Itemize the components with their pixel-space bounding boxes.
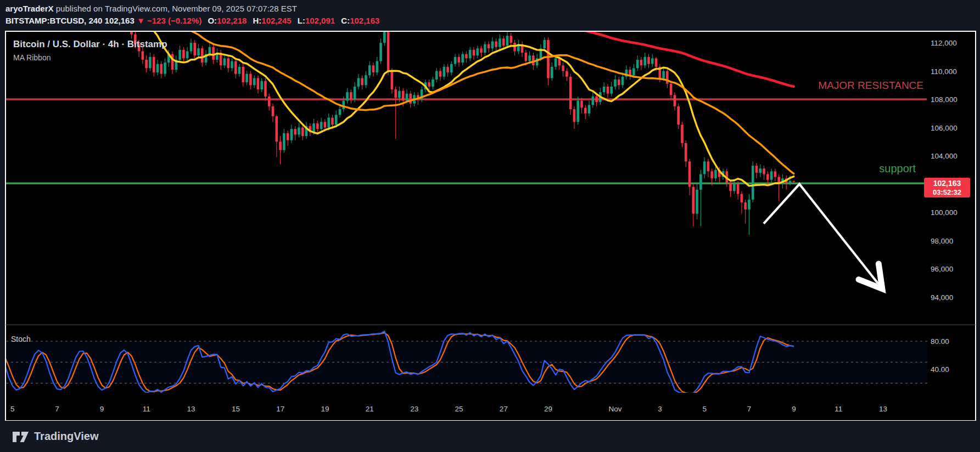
y-axis-label: 104,000 xyxy=(931,152,957,160)
y-axis-label: 96,000 xyxy=(931,265,953,273)
tradingview-logo-text[interactable]: TradingView xyxy=(34,430,98,443)
indicator-label[interactable]: MA Ribbon xyxy=(13,53,51,62)
stoch-axis-label: 40.00 xyxy=(931,365,949,374)
x-axis-label: 5 xyxy=(10,405,15,413)
x-axis-label: 11 xyxy=(143,405,150,413)
y-axis-label: 110,000 xyxy=(931,67,957,76)
y-axis-label: 98,000 xyxy=(931,237,953,245)
x-axis-label: 13 xyxy=(187,405,195,413)
resistance-label: MAJOR RESISTANCE xyxy=(818,80,923,91)
x-axis-label: 21 xyxy=(366,405,374,413)
y-axis-label: 100,000 xyxy=(931,208,957,217)
x-axis-label: Nov xyxy=(609,405,622,413)
price-tag-value: 102,163 xyxy=(933,179,961,188)
footer-bar: TradingView xyxy=(0,421,980,452)
published-chart-page: aryoTraderX published on TradingView.com… xyxy=(0,0,980,452)
tradingview-logo-icon[interactable] xyxy=(12,431,30,443)
y-axis-label: 94,000 xyxy=(931,293,953,302)
x-axis-label: 15 xyxy=(232,405,240,413)
price-tag: 102,163 03:52:32 xyxy=(924,178,970,197)
y-axis-label: 108,000 xyxy=(931,95,957,104)
x-axis-label: 19 xyxy=(321,405,329,413)
x-axis-label: 27 xyxy=(500,405,508,413)
chart-title: Bitcoin / U.S. Dollar · 4h · Bitstamp xyxy=(13,39,167,49)
price-tag-countdown: 03:52:32 xyxy=(933,188,961,196)
x-axis-label: 17 xyxy=(276,405,284,413)
support-label: support xyxy=(879,162,916,174)
x-axis-label: 29 xyxy=(544,405,552,413)
y-axis-label: 106,000 xyxy=(931,124,957,132)
chart-canvas[interactable]: Bitcoin / U.S. Dollar · 4h · Bitstamp MA… xyxy=(0,0,980,452)
x-axis-label: 13 xyxy=(879,405,887,413)
y-axis-label: 112,000 xyxy=(931,39,957,47)
stoch-axis-label: 80.00 xyxy=(931,337,949,346)
x-axis-label: 11 xyxy=(835,405,842,413)
stoch-pane-label[interactable]: Stoch xyxy=(11,335,31,343)
x-axis-label: 25 xyxy=(455,405,463,413)
stoch-band xyxy=(6,341,927,383)
x-axis-label: 5 xyxy=(703,405,707,413)
x-axis-label: 9 xyxy=(100,405,104,413)
x-axis-label: 3 xyxy=(658,405,662,413)
x-axis-label: 23 xyxy=(410,405,418,413)
x-axis-label: 9 xyxy=(792,405,796,413)
x-axis-label: 7 xyxy=(55,405,59,413)
x-axis-label: 7 xyxy=(747,405,752,413)
